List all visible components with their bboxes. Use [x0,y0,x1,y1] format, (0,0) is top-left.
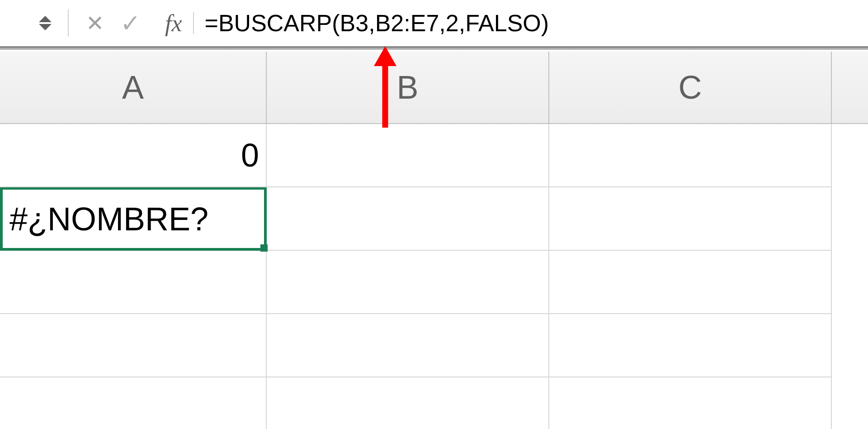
name-box-spinner[interactable] [32,16,59,30]
column-headers: A B C [0,52,868,124]
cell-c1[interactable] [549,124,832,187]
grid-row [0,314,868,377]
enter-icon[interactable]: ✓ [120,9,141,38]
divider [193,12,194,34]
grid-row [0,377,868,429]
cell-a5[interactable] [0,377,267,429]
cell-c4[interactable] [549,314,832,377]
cell-a2-selected[interactable]: #¿NOMBRE? [0,187,267,251]
cell-b5[interactable] [267,377,549,429]
cell-b4[interactable] [267,314,549,377]
column-header-b[interactable]: B [267,52,549,123]
cell-value: #¿NOMBRE? [9,200,208,238]
cell-c3[interactable] [549,251,832,314]
spinner-down-icon[interactable] [39,24,52,30]
divider [68,10,69,37]
cell-a4[interactable] [0,314,267,377]
fill-handle[interactable] [260,244,268,252]
cancel-icon[interactable]: ✕ [86,10,104,36]
column-header-a[interactable]: A [0,52,267,123]
cell-b3[interactable] [267,251,549,314]
cell-c5[interactable] [549,377,832,429]
spinner-up-icon[interactable] [39,16,52,22]
cell-a3[interactable] [0,251,267,314]
insert-function-icon[interactable]: fx [165,10,182,37]
formula-bar: ✕ ✓ fx [0,0,868,48]
column-header-c[interactable]: C [549,52,832,123]
cell-c2[interactable] [549,187,832,251]
grid-row: 0 [0,124,868,187]
cell-a1[interactable]: 0 [0,124,267,187]
spreadsheet-grid: 0 #¿NOMBRE? [0,124,868,429]
formula-input[interactable] [202,10,868,37]
grid-row [0,251,868,314]
cell-b1[interactable] [267,124,549,187]
grid-row: #¿NOMBRE? [0,187,868,251]
cell-b2[interactable] [267,187,549,251]
